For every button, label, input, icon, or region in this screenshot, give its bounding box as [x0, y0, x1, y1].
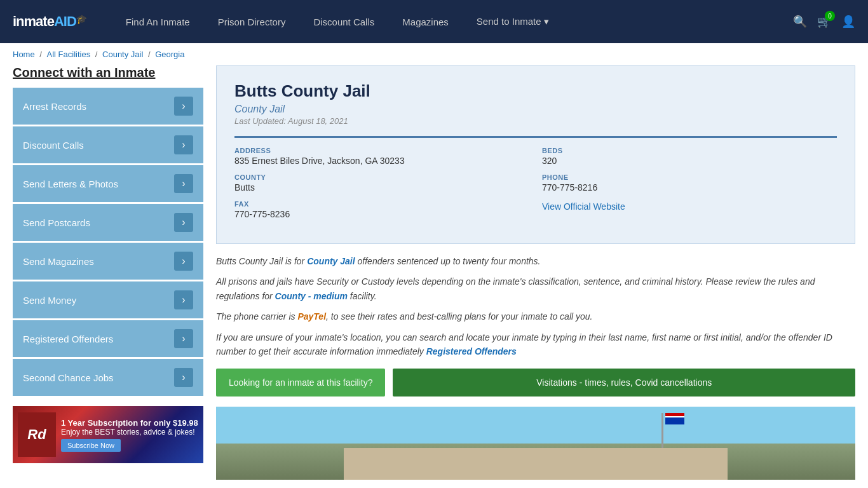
main-header: inmateAID🎓 Find An Inmate Prison Directo… [0, 0, 868, 43]
sidebar-label-send-letters: Send Letters & Photos [23, 179, 118, 189]
sidebar-label-registered-offenders: Registered Offenders [23, 334, 113, 344]
sidebar-item-send-money[interactable]: Send Money › [13, 281, 203, 318]
sidebar-item-send-magazines[interactable]: Send Magazines › [13, 243, 203, 280]
phone-label: PHONE [542, 173, 837, 181]
breadcrumb-sep2: / [95, 50, 100, 59]
sidebar-menu: Arrest Records › Discount Calls › Send L… [13, 88, 203, 396]
breadcrumb-sep1: / [39, 50, 44, 59]
phone-block: PHONE 770-775-8216 [542, 173, 837, 193]
facility-image [216, 407, 855, 480]
breadcrumb-county-jail[interactable]: County Jail [102, 50, 143, 59]
ad-desc-text: Enjoy the BEST stories, advice & jokes! [61, 428, 198, 437]
sidebar-label-arrest-records: Arrest Records [23, 101, 86, 112]
chevron-right-icon: › [174, 290, 193, 309]
ad-text: 1 Year Subscription for only $19.98 Enjo… [61, 418, 198, 452]
header-icons: 🔍 🛒0 👤 [793, 15, 855, 29]
beds-label: BEDS [542, 147, 837, 154]
logo[interactable]: inmateAID🎓 [13, 13, 86, 30]
cart-badge: 0 [825, 11, 835, 21]
nav-discount-calls[interactable]: Discount Calls [299, 0, 388, 43]
desc-paragraph-2: All prisons and jails have Security or C… [216, 274, 855, 303]
logo-text: inmateAID🎓 [13, 13, 86, 30]
county-label: COUNTY [234, 173, 529, 181]
nav-send-to-inmate[interactable]: Send to Inmate ▾ [463, 0, 563, 43]
chevron-right-icon: › [174, 135, 193, 154]
chevron-right-icon: › [174, 329, 193, 348]
sidebar-label-send-money: Send Money [23, 295, 76, 306]
registered-offenders-link[interactable]: Registered Offenders [426, 346, 517, 356]
looking-for-inmate-button[interactable]: Looking for an inmate at this facility? [216, 369, 385, 396]
sidebar-item-discount-calls[interactable]: Discount Calls › [13, 126, 203, 163]
user-icon[interactable]: 👤 [841, 15, 855, 29]
content-area: Butts County Jail County Jail Last Updat… [216, 65, 855, 480]
fax-label: FAX [234, 200, 529, 208]
nav-find-inmate[interactable]: Find An Inmate [112, 0, 204, 43]
sidebar-item-arrest-records[interactable]: Arrest Records › [13, 88, 203, 125]
facility-card: Butts County Jail County Jail Last Updat… [216, 65, 855, 244]
ad-subscribe-button[interactable]: Subscribe Now [61, 439, 121, 452]
address-block: ADDRESS 835 Ernest Biles Drive, Jackson,… [234, 147, 529, 166]
desc-paragraph-4: If you are unsure of your inmate's locat… [216, 330, 855, 359]
main-nav: Find An Inmate Prison Directory Discount… [112, 0, 793, 43]
view-official-website-link[interactable]: View Official Website [542, 201, 625, 212]
breadcrumb-state[interactable]: Georgia [155, 50, 184, 59]
fax-value: 770-775-8236 [234, 209, 529, 219]
county-medium-link[interactable]: County - medium [275, 291, 348, 301]
website-block: View Official Website [542, 200, 837, 219]
facility-info-grid: ADDRESS 835 Ernest Biles Drive, Jackson,… [234, 136, 837, 219]
sidebar-label-send-postcards: Send Postcards [23, 217, 90, 228]
chevron-right-icon: › [174, 252, 193, 271]
building-image [344, 448, 728, 480]
ad-price-text: 1 Year Subscription for only $19.98 [61, 418, 198, 428]
chevron-right-icon: › [174, 213, 193, 232]
county-block: COUNTY Butts [234, 173, 529, 193]
sidebar-label-second-chance-jobs: Second Chance Jobs [23, 372, 114, 383]
sidebar-label-send-magazines: Send Magazines [23, 256, 94, 267]
sidebar-item-registered-offenders[interactable]: Registered Offenders › [13, 320, 203, 357]
facility-updated: Last Updated: August 18, 2021 [234, 116, 837, 126]
breadcrumb-home[interactable]: Home [13, 50, 35, 59]
facility-description: Butts County Jail is for County Jail off… [216, 254, 855, 358]
breadcrumb: Home / All Facilities / County Jail / Ge… [0, 43, 868, 65]
phone-value: 770-775-8216 [542, 182, 837, 193]
readers-digest-icon: Rd [18, 412, 56, 457]
desc-paragraph-3: The phone carrier is PayTel, to see thei… [216, 309, 855, 323]
breadcrumb-sep3: / [148, 50, 153, 59]
beds-value: 320 [542, 156, 837, 166]
cart-icon[interactable]: 🛒0 [817, 15, 831, 29]
county-jail-link[interactable]: County Jail [307, 256, 355, 266]
facility-type: County Jail [234, 104, 837, 115]
chevron-right-icon: › [174, 368, 193, 387]
flag-icon [665, 413, 684, 424]
action-buttons: Looking for an inmate at this facility? … [216, 369, 855, 396]
facility-name: Butts County Jail [234, 81, 837, 101]
chevron-right-icon: › [174, 174, 193, 193]
desc-paragraph-1: Butts County Jail is for County Jail off… [216, 254, 855, 268]
sidebar-title: Connect with an Inmate [13, 65, 203, 80]
nav-prison-directory[interactable]: Prison Directory [204, 0, 300, 43]
paytel-link[interactable]: PayTel [297, 311, 326, 322]
search-icon[interactable]: 🔍 [793, 15, 807, 29]
sidebar-item-send-letters[interactable]: Send Letters & Photos › [13, 165, 203, 202]
visitations-button[interactable]: Visitations - times, rules, Covid cancel… [393, 369, 855, 396]
main-layout: Connect with an Inmate Arrest Records › … [0, 65, 868, 488]
beds-block: BEDS 320 [542, 147, 837, 166]
address-label: ADDRESS [234, 147, 529, 154]
breadcrumb-all-facilities[interactable]: All Facilities [47, 50, 91, 59]
sidebar-item-second-chance-jobs[interactable]: Second Chance Jobs › [13, 359, 203, 396]
fax-block: FAX 770-775-8236 [234, 200, 529, 219]
chevron-right-icon: › [174, 97, 193, 116]
county-value: Butts [234, 182, 529, 193]
sidebar: Connect with an Inmate Arrest Records › … [13, 65, 203, 480]
sidebar-label-discount-calls: Discount Calls [23, 140, 84, 151]
nav-magazines[interactable]: Magazines [388, 0, 463, 43]
ad-banner: Rd 1 Year Subscription for only $19.98 E… [13, 406, 203, 463]
sidebar-item-send-postcards[interactable]: Send Postcards › [13, 204, 203, 241]
address-value: 835 Ernest Biles Drive, Jackson, GA 3023… [234, 156, 529, 166]
